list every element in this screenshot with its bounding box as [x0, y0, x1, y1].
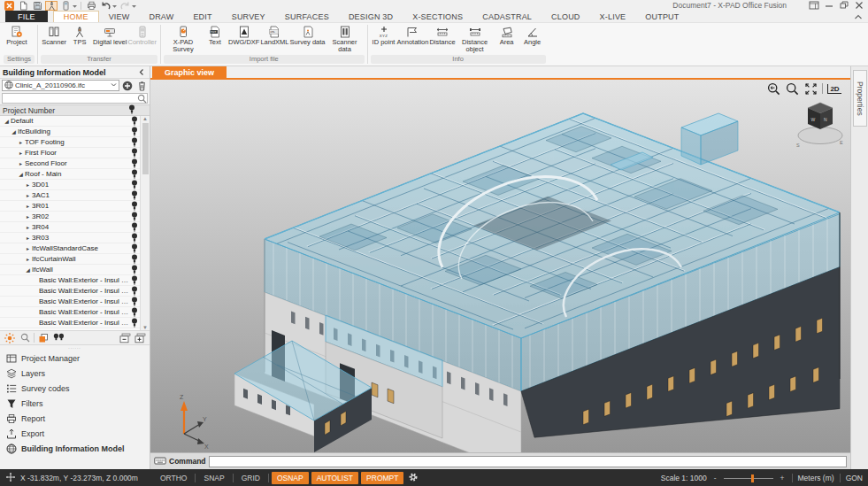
collapse-all-button[interactable]	[119, 332, 131, 344]
caret-down-icon[interactable]	[132, 1, 137, 11]
visibility-bulb-icon[interactable]	[129, 233, 140, 243]
tree-expander-icon[interactable]: ▸	[24, 203, 32, 209]
tree-expander-icon[interactable]: ▸	[24, 192, 32, 198]
tree-expander-icon[interactable]: ▸	[24, 181, 32, 188]
ribbon-landxml-button[interactable]: XMLLandXML	[260, 24, 288, 46]
ribbon-text-button[interactable]: TXTText	[203, 24, 227, 46]
ribbon-tps-button[interactable]: TPS	[67, 24, 92, 46]
restore-button[interactable]	[836, 0, 851, 11]
ribbon-angle-button[interactable]: Angle	[520, 24, 545, 46]
toggle-ortho[interactable]: ORTHO	[155, 472, 193, 484]
scroll-down-icon[interactable]: ▼	[142, 325, 148, 330]
ribbon-digital-level-button[interactable]: Digital level	[93, 24, 127, 46]
tree-item-3r02[interactable]: ▸3R02	[0, 212, 140, 222]
undo-button[interactable]	[99, 1, 111, 11]
tree-item-basic-wall-exterior-insul-panel-on[interactable]: Basic Wall:Exterior - Insul Panel on...	[0, 318, 140, 328]
tree-expander-icon[interactable]: ▸	[24, 245, 32, 251]
view-2d-button[interactable]: 2D	[827, 81, 841, 96]
ribbon-area-button[interactable]: Area	[495, 24, 519, 46]
angle-unit-button[interactable]: GON	[846, 474, 863, 482]
tree-item-second-floor[interactable]: ▸Second Floor	[0, 158, 140, 169]
scrollbar-thumb[interactable]	[142, 123, 149, 174]
collapse-ribbon-button[interactable]	[852, 12, 864, 22]
visibility-bulb-icon[interactable]	[129, 169, 140, 179]
zoom-previous-button[interactable]	[766, 81, 780, 96]
controller-quick-button[interactable]	[59, 1, 72, 11]
ribbon-scanner-button[interactable]: Scanner	[42, 24, 66, 46]
visibility-button[interactable]	[52, 332, 65, 344]
slider-thumb[interactable]	[751, 474, 754, 482]
units-button[interactable]: Meters (m)	[798, 474, 834, 482]
sidebar-item-project-manager[interactable]: Project Manager	[0, 351, 150, 366]
toggle-prompt[interactable]: PROMPT	[361, 472, 403, 484]
menu-tab-surfaces[interactable]: SURFACES	[275, 11, 339, 22]
visibility-bulb-icon[interactable]	[129, 318, 140, 328]
ribbon-annotation-button[interactable]: Annotation	[397, 24, 429, 46]
zoom-window-button[interactable]	[785, 81, 799, 96]
tree-item-basic-wall-exterior-insul-panel-on[interactable]: Basic Wall:Exterior - Insul Panel on...	[0, 307, 140, 318]
tree-item-3r03[interactable]: ▸3R03	[0, 233, 140, 243]
visibility-bulb-icon[interactable]	[129, 286, 140, 296]
tree-item-3r04[interactable]: ▸3R04	[0, 222, 140, 233]
tree-item-ifcwallstandardcase[interactable]: ▸IfcWallStandardCase	[0, 243, 140, 254]
ribbon-scanner-data-button[interactable]: Scanner data	[326, 24, 364, 53]
sidebar-item-survey-codes[interactable]: Survey codes	[0, 381, 150, 396]
tree-header-row[interactable]: Project Number	[0, 104, 150, 116]
sidebar-item-export[interactable]: Export	[0, 426, 150, 441]
menu-tab-survey[interactable]: SURVEY	[222, 11, 275, 22]
ribbon-survey-data-button[interactable]: Survey data	[290, 24, 326, 46]
tree-expander-icon[interactable]: ◢	[10, 128, 18, 135]
tree-expander-icon[interactable]: ▸	[17, 150, 25, 156]
visibility-bulb-icon[interactable]	[129, 307, 140, 317]
redo-button[interactable]	[119, 1, 131, 11]
tree-expander-icon[interactable]: ◢	[17, 171, 25, 177]
ribbon-id-point-button[interactable]: XYZID point	[372, 24, 396, 46]
tree-expander-icon[interactable]: ◢	[24, 266, 32, 273]
add-file-button[interactable]	[121, 80, 134, 91]
visibility-bulb-icon[interactable]	[129, 116, 140, 126]
menu-tab-x-sections[interactable]: X-SECTIONS	[403, 11, 472, 22]
menu-tab-cadastral[interactable]: CADASTRAL	[472, 11, 542, 22]
caret-down-icon[interactable]	[73, 1, 78, 11]
scale-slider[interactable]	[724, 474, 773, 482]
toggle-autolist[interactable]: AUTOLIST	[311, 472, 358, 484]
instrument-quick-button[interactable]	[45, 1, 58, 11]
tree-item-first-floor[interactable]: ▸First Floor	[0, 148, 140, 158]
sidebar-item-layers[interactable]: Layers	[0, 366, 150, 381]
expand-all-button[interactable]	[134, 332, 146, 344]
tree-search-input[interactable]	[2, 93, 148, 104]
ifc-file-select[interactable]: Clinic_A_20110906.ifc	[2, 80, 119, 91]
ribbon-x-pad-survey-button[interactable]: X-PAD Survey	[165, 24, 202, 53]
sidebar-item-building-information-model[interactable]: Building Information Model	[0, 441, 150, 456]
tree-expander-icon[interactable]: ▸	[24, 235, 32, 241]
selection-layers-button[interactable]	[37, 332, 50, 344]
visibility-bulb-icon[interactable]	[129, 137, 140, 147]
scale-minus-button[interactable]: -	[712, 474, 718, 482]
menu-tab-edit[interactable]: EDIT	[183, 11, 221, 22]
tree-item-3ac1[interactable]: ▸3AC1	[0, 190, 140, 201]
tree-expander-icon[interactable]: ▸	[24, 256, 32, 262]
menu-tab-x-live[interactable]: X-LIVE	[590, 11, 636, 22]
tab-graphic-view[interactable]: Graphic view	[152, 66, 227, 78]
ribbon-controller-button[interactable]: Controller	[127, 24, 157, 46]
tree-scrollbar[interactable]: ▲ ▼	[140, 116, 150, 330]
remove-file-button[interactable]	[135, 80, 148, 91]
menu-tab-home[interactable]: HOME	[53, 11, 99, 22]
tree-item-3d01[interactable]: ▸3D01	[0, 180, 140, 190]
toggle-snap[interactable]: SNAP	[198, 472, 229, 484]
menu-tab-draw[interactable]: DRAW	[139, 11, 183, 22]
command-input[interactable]	[209, 456, 847, 467]
ribbon-dwg-dxf-button[interactable]: DWG/DXF	[228, 24, 259, 46]
visibility-bulb-icon[interactable]	[129, 127, 140, 136]
scroll-up-icon[interactable]: ▲	[142, 116, 148, 121]
toggle-grid[interactable]: GRID	[236, 472, 265, 484]
settings-gear-button[interactable]	[408, 472, 419, 484]
tree-item-ifccurtainwall[interactable]: ▸IfcCurtainWall	[0, 254, 140, 265]
tree-item-ifcwall[interactable]: ◢IfcWall	[0, 265, 140, 275]
ribbon-distance-object-button[interactable]: Distance object	[457, 24, 494, 53]
visibility-bulb-icon[interactable]	[129, 265, 140, 274]
tree-item-ifcbuilding[interactable]: ◢IfcBuilding	[0, 127, 140, 137]
tree-item-default[interactable]: ◢Default	[0, 116, 140, 127]
menu-tab-cloud[interactable]: CLOUD	[542, 11, 590, 22]
tree-expander-icon[interactable]: ◢	[3, 118, 11, 124]
